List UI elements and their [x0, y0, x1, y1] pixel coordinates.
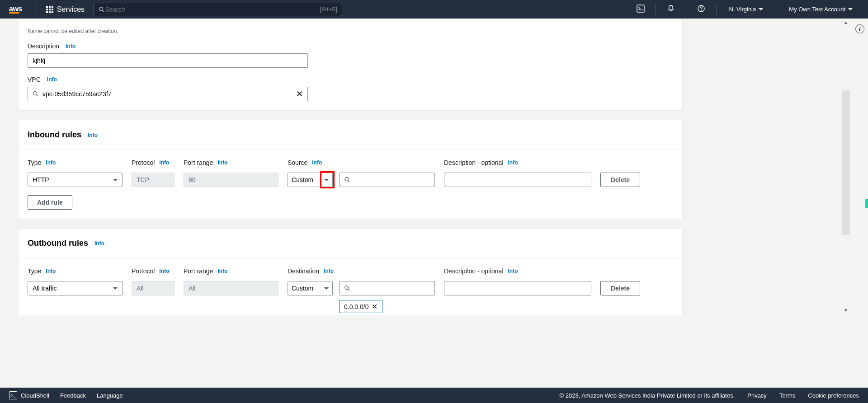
nav-divider [656, 4, 656, 15]
search-icon [33, 91, 39, 97]
scrollbar-thumb[interactable] [842, 90, 850, 235]
services-button[interactable]: Services [43, 3, 87, 16]
nav-divider [37, 4, 37, 15]
region-selector[interactable]: N. Virginia [723, 6, 770, 13]
svg-point-4 [33, 92, 37, 95]
outbound-info-link[interactable]: Info [94, 240, 104, 247]
inbound-description-input[interactable] [444, 173, 591, 187]
inbound-protocol-value: TCP [132, 173, 175, 187]
main-content: Name cannot be edited after creation. De… [0, 19, 868, 315]
nav-divider [686, 4, 686, 15]
scroll-up-arrow[interactable]: ▲ [842, 20, 850, 25]
privacy-link[interactable]: Privacy [747, 392, 767, 399]
terms-link[interactable]: Terms [779, 392, 795, 399]
vpc-select-input[interactable]: ✕ [28, 87, 308, 101]
col-protocol-label: Protocol [132, 159, 155, 166]
help-icon[interactable] [693, 1, 710, 18]
chevron-down-icon [324, 287, 329, 290]
outbound-description-input[interactable] [444, 281, 591, 295]
vpc-input-value[interactable] [42, 90, 292, 98]
close-icon[interactable]: ✕ [372, 302, 377, 311]
svg-point-0 [99, 7, 103, 10]
account-selector[interactable]: My Own Test Account [783, 6, 859, 13]
svg-line-9 [348, 289, 350, 291]
inbound-delete-button[interactable]: Delete [600, 173, 640, 187]
feedback-link[interactable]: Feedback [60, 392, 86, 399]
search-icon [344, 285, 350, 291]
col-desc-label: Description - optional [444, 159, 504, 166]
inbound-source-search[interactable] [339, 173, 435, 187]
description-field-group: Description Info [28, 42, 673, 68]
aws-logo[interactable]: aws [9, 5, 22, 14]
outbound-port-value: All [184, 281, 278, 295]
inbound-source-select[interactable]: Custom [288, 173, 333, 187]
col-desc-info[interactable]: Info [508, 159, 518, 166]
col-protocol-info[interactable]: Info [159, 268, 169, 274]
col-type-info[interactable]: Info [46, 268, 56, 274]
inbound-add-rule-button[interactable]: Add rule [28, 195, 72, 210]
outbound-delete-button[interactable]: Delete [600, 281, 640, 295]
chevron-down-icon [113, 287, 118, 290]
svg-point-6 [345, 178, 349, 181]
col-portrange-info[interactable]: Info [217, 159, 227, 166]
inbound-port-value: 80 [184, 173, 278, 187]
svg-point-8 [345, 286, 349, 290]
col-type-label: Type [28, 159, 41, 166]
description-info-link[interactable]: Info [66, 43, 75, 49]
name-helper-text: Name cannot be edited after creation. [28, 28, 673, 34]
svg-line-1 [103, 10, 104, 12]
search-icon [99, 6, 105, 13]
search-icon [344, 177, 350, 183]
vpc-label: VPC [28, 76, 41, 83]
scroll-down-arrow[interactable]: ▼ [842, 308, 850, 313]
col-destination-info[interactable]: Info [324, 268, 334, 274]
nav-divider [776, 4, 776, 15]
col-source-label: Source [288, 159, 307, 166]
inbound-type-select[interactable]: HTTP [28, 173, 123, 187]
col-desc-label: Description - optional [444, 267, 504, 275]
basic-details-card: Name cannot be edited after creation. De… [18, 19, 683, 111]
outbound-type-select[interactable]: All traffic [28, 281, 123, 295]
col-source-info[interactable]: Info [312, 159, 322, 166]
copyright-text: © 2023, Amazon Web Services India Privat… [560, 392, 735, 399]
svg-line-7 [348, 181, 350, 183]
description-input[interactable] [28, 53, 308, 68]
vpc-field-group: VPC Info ✕ [28, 76, 673, 101]
clear-icon[interactable]: ✕ [296, 89, 303, 99]
col-portrange-info[interactable]: Info [217, 268, 227, 274]
nav-divider [716, 4, 717, 15]
description-label: Description [28, 42, 59, 50]
search-bar[interactable]: [Alt+S] [94, 3, 342, 16]
footer: >_ CloudShell Feedback Language © 2023, … [0, 388, 868, 403]
col-portrange-label: Port range [184, 267, 213, 275]
vpc-info-link[interactable]: Info [47, 76, 57, 83]
services-label: Services [57, 5, 85, 14]
col-portrange-label: Port range [184, 159, 213, 166]
feedback-tab[interactable] [865, 199, 868, 208]
col-protocol-info[interactable]: Info [159, 159, 169, 166]
cloudshell-button[interactable]: >_ CloudShell [9, 391, 49, 399]
cloudshell-icon: >_ [9, 391, 17, 399]
col-protocol-label: Protocol [132, 267, 155, 275]
col-type-label: Type [28, 267, 41, 275]
cookie-link[interactable]: Cookie preferences [808, 392, 859, 399]
outbound-destination-select[interactable]: Custom [288, 281, 333, 295]
search-shortcut: [Alt+S] [320, 6, 337, 13]
outbound-destination-search[interactable] [339, 281, 435, 295]
col-type-info[interactable]: Info [46, 159, 56, 166]
outbound-rules-title: Outbound rules [28, 239, 88, 248]
outbound-rules-card: Outbound rules Info TypeInfo ProtocolInf… [18, 228, 683, 315]
col-destination-label: Destination [288, 267, 319, 275]
search-input[interactable] [105, 6, 320, 13]
inbound-rules-card: Inbound rules Info TypeInfo ProtocolInfo… [18, 120, 683, 219]
col-desc-info[interactable]: Info [508, 268, 518, 274]
language-link[interactable]: Language [97, 392, 123, 399]
cloudshell-icon[interactable] [632, 1, 649, 18]
inbound-info-link[interactable]: Info [88, 132, 98, 138]
notifications-icon[interactable] [662, 1, 679, 18]
cidr-chip[interactable]: 0.0.0.0/0 ✕ [339, 300, 382, 313]
chevron-down-icon [113, 179, 118, 181]
grid-icon [46, 6, 53, 13]
chevron-down-icon [324, 179, 329, 181]
info-panel-toggle[interactable]: i [855, 24, 864, 33]
